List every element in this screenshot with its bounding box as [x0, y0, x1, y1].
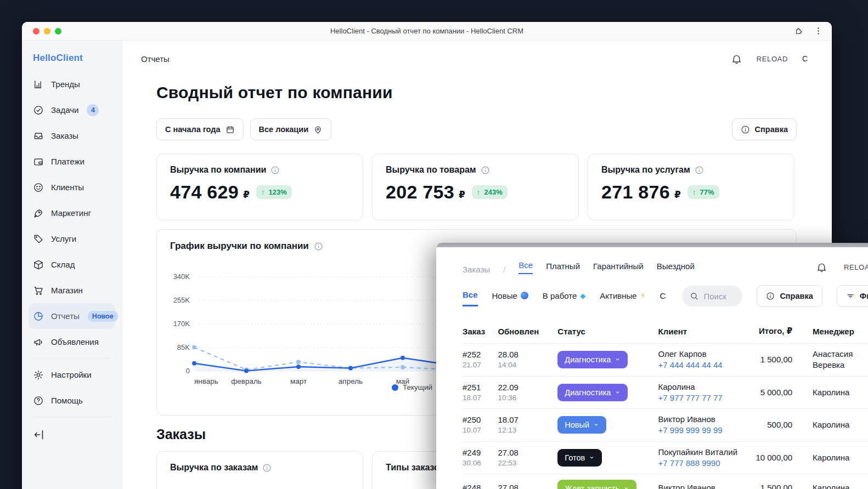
- svg-text:85K: 85K: [177, 343, 190, 351]
- status-filter-tab-Активные[interactable]: Активные⚡: [600, 291, 645, 306]
- svg-text:апрель: апрель: [339, 377, 363, 385]
- order-id: #249: [463, 447, 498, 458]
- help-button-label: Справка: [780, 292, 813, 300]
- sidebar-item-help[interactable]: Помощь: [29, 388, 115, 413]
- orders-type-tab-Гарантийный[interactable]: Гарантийный: [593, 261, 644, 274]
- status-badge[interactable]: Ждет запчасть: [557, 480, 636, 489]
- sidebar-item-label: Отчеты: [51, 311, 80, 321]
- marketing-icon: [33, 208, 44, 219]
- reload-button[interactable]: RELOAD: [844, 263, 868, 271]
- order-total: 10 000,00: [749, 452, 792, 463]
- column-header[interactable]: Клиент: [658, 327, 749, 336]
- sidebar-item-reports[interactable]: ОтчетыНовое: [29, 303, 115, 329]
- status-filter-tab-В работе[interactable]: В работе◆: [543, 291, 586, 306]
- status-badge[interactable]: Диагностика: [557, 384, 628, 401]
- help-button[interactable]: Справка: [757, 285, 822, 307]
- order-manager: Каролина: [813, 452, 868, 463]
- order-created-date: 10.07: [463, 425, 498, 435]
- period-filter-button[interactable]: С начала года: [156, 118, 244, 140]
- column-header[interactable]: Заказ: [463, 327, 498, 336]
- notifications-bell-icon[interactable]: [731, 53, 742, 65]
- order-id: #251: [463, 382, 498, 393]
- order-row[interactable]: #25221.07 28.0814:04 Диагностика Олег Ка…: [463, 343, 868, 376]
- orders-type-tab-Выездной[interactable]: Выездной: [657, 261, 695, 274]
- sidebar-item-warehouse[interactable]: Склад: [29, 252, 115, 277]
- client-phone[interactable]: +7 999 999 99 99: [658, 425, 723, 436]
- sidebar-item-payments[interactable]: Платежи: [29, 149, 115, 174]
- browser-menu-icon[interactable]: [814, 26, 823, 36]
- order-row[interactable]: #24930.06 27.0822:53 Готов Покупайкин Ви…: [463, 441, 868, 474]
- order-row[interactable]: #25010.07 18.0712:13 Новый Виктор Иванов…: [463, 408, 868, 441]
- column-header[interactable]: Обновлен: [498, 327, 557, 336]
- order-created-date: 30.06: [463, 458, 498, 468]
- column-header[interactable]: Статус: [557, 327, 658, 336]
- status-filter-tab-Все[interactable]: Все: [463, 290, 478, 306]
- client-phone[interactable]: +7 444 444 44 44: [658, 360, 723, 371]
- location-pin-icon: [313, 125, 323, 134]
- orders-breadcrumb-root[interactable]: Заказы: [463, 265, 490, 274]
- sidebar-badge: Новое: [88, 311, 118, 322]
- orders-type-tab-Все[interactable]: Все: [518, 260, 533, 274]
- status-badge[interactable]: Новый: [557, 416, 606, 434]
- avatar[interactable]: C: [802, 54, 808, 63]
- chevron-down-icon: [589, 453, 595, 462]
- chart-legend: Текущий: [392, 383, 432, 391]
- info-icon[interactable]: [270, 166, 280, 175]
- search-input[interactable]: Поиск: [682, 286, 742, 306]
- order-id: #252: [463, 349, 498, 360]
- search-placeholder: Поиск: [703, 292, 726, 301]
- window-title: HelloClient - Сводный отчет по компании …: [22, 27, 832, 35]
- status-filter-tab-С[interactable]: С: [660, 291, 666, 306]
- sidebar-item-label: Клиенты: [51, 183, 84, 192]
- sidebar-item-shop[interactable]: Магазин: [29, 277, 115, 303]
- info-icon[interactable]: [695, 166, 704, 175]
- sidebar-item-tasks[interactable]: Задачи4: [29, 97, 115, 123]
- sidebar-item-services[interactable]: Услуги: [29, 226, 115, 252]
- client-name: Каролина: [658, 382, 749, 393]
- orders-type-tab-Платный[interactable]: Платный: [546, 261, 580, 274]
- svg-text:0: 0: [186, 367, 190, 375]
- column-header[interactable]: Итого, ₽: [749, 326, 792, 336]
- order-updated-date: 18.07: [498, 414, 557, 425]
- stat-delta-badge: ↑ 77%: [687, 185, 719, 199]
- info-icon[interactable]: [262, 463, 272, 473]
- order-row[interactable]: #25118.07 22.0910:36 Диагностика Каролин…: [463, 376, 868, 409]
- sidebar-divider: [33, 417, 111, 417]
- sidebar-item-marketing[interactable]: Маркетинг: [29, 200, 115, 226]
- reload-button[interactable]: RELOAD: [757, 55, 788, 63]
- order-total: 1 500,00: [749, 482, 792, 489]
- info-icon[interactable]: [314, 242, 323, 251]
- client-phone[interactable]: +7 977 777 77 77: [658, 393, 723, 403]
- chart-title: График выручки по компании: [170, 241, 309, 252]
- orders-window-titlebar[interactable]: [436, 243, 868, 247]
- order-row[interactable]: #248 27.08 Ждет запчасть Виктор Иванов 1…: [463, 474, 868, 489]
- info-icon[interactable]: [481, 166, 490, 175]
- trends-icon: [33, 79, 44, 90]
- help-button[interactable]: Справка: [732, 118, 797, 140]
- status-label: Диагностика: [565, 355, 611, 364]
- order-updated-time: 12:13: [498, 425, 557, 435]
- collapse-sidebar-button[interactable]: [29, 423, 50, 447]
- order-metric-card: Выручка по заказам: [156, 451, 363, 489]
- collapse-icon: [33, 428, 46, 441]
- sidebar-item-clients[interactable]: Клиенты: [29, 174, 115, 200]
- orders-table: ЗаказОбновленСтатусКлиентИтого, ₽Менедже…: [463, 319, 868, 489]
- column-header[interactable]: Менеджер: [813, 327, 868, 336]
- notifications-bell-icon[interactable]: [816, 261, 827, 273]
- order-id: #250: [463, 414, 498, 425]
- status-badge[interactable]: Готов: [557, 449, 602, 467]
- extensions-icon[interactable]: [794, 26, 804, 36]
- status-badge[interactable]: Диагностика: [557, 351, 628, 368]
- sidebar-divider: [33, 358, 111, 359]
- sidebar-item-settings[interactable]: Настройки: [29, 362, 115, 388]
- app-logo[interactable]: HelloClient: [29, 53, 115, 71]
- sidebar-item-label: Магазин: [51, 286, 83, 295]
- sidebar-item-orders[interactable]: Заказы: [29, 123, 115, 149]
- filters-button[interactable]: Фильтры: [837, 285, 868, 307]
- sidebar-item-announcements[interactable]: Объявления: [29, 329, 115, 355]
- currency-ruble: ₽: [674, 189, 681, 203]
- location-filter-button[interactable]: Все локации: [250, 118, 332, 140]
- status-filter-tab-Новые[interactable]: Новые: [492, 291, 528, 306]
- sidebar-item-trends[interactable]: Тренды: [29, 71, 115, 97]
- client-phone[interactable]: +7 777 888 9990: [658, 458, 720, 469]
